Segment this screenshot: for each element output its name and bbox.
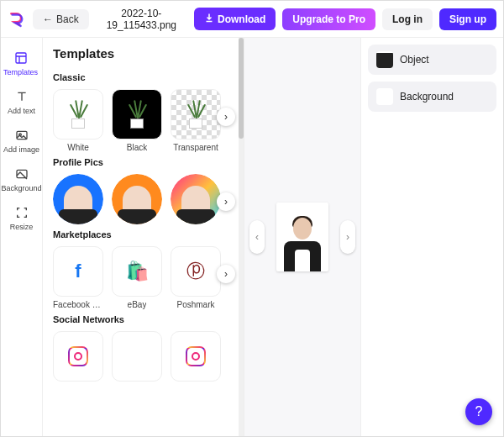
instagram-icon	[68, 346, 88, 366]
login-button[interactable]: Log in	[382, 8, 433, 30]
sidebar-scrollbar[interactable]	[239, 38, 244, 436]
row-marketplaces: f Facebook Ma… 🛍️ eBay ⓟ Poshmark ›	[53, 246, 234, 309]
template-card	[112, 174, 162, 224]
template-thumb-profile2[interactable]	[112, 174, 162, 224]
section-classic-title: Classic	[53, 72, 234, 82]
canvas-next-button[interactable]: ›	[340, 220, 355, 254]
row-next-button[interactable]: ›	[217, 192, 235, 211]
rail-item-background[interactable]: Background	[1, 161, 42, 199]
template-thumb-ebay[interactable]: 🛍️	[112, 246, 162, 297]
template-thumb-black[interactable]	[112, 89, 162, 140]
image-icon	[15, 129, 29, 142]
template-card: White	[53, 89, 103, 152]
row-social	[53, 331, 234, 382]
rail-label: Templates	[3, 68, 38, 76]
rail-label: Background	[1, 184, 41, 192]
help-button[interactable]: ?	[465, 398, 492, 425]
template-label: Black	[127, 143, 147, 152]
template-card	[53, 331, 103, 382]
object-swatch	[376, 51, 393, 68]
layers-panel: Object Background	[360, 38, 503, 436]
header: ← Back 2022-10-19_115433.png Download Up…	[1, 1, 503, 38]
template-card	[171, 174, 221, 224]
templates-icon	[14, 51, 28, 65]
templates-title: Templates	[53, 46, 234, 61]
template-label: White	[67, 143, 89, 152]
template-card: 🛍️ eBay	[112, 246, 162, 309]
template-label: Poshmark	[176, 300, 214, 309]
layer-background[interactable]: Background	[368, 82, 496, 112]
chevron-right-icon: ›	[224, 268, 228, 280]
template-card	[171, 331, 221, 382]
nav-rail: Templates Add text Add image Background …	[1, 38, 43, 436]
row-profile: ›	[53, 174, 234, 224]
template-card	[53, 174, 103, 224]
upgrade-button[interactable]: Upgrade to Pro	[282, 8, 375, 30]
template-label: eBay	[128, 300, 147, 309]
rail-item-add-image[interactable]: Add image	[1, 122, 42, 161]
section-social-title: Social Networks	[53, 314, 234, 324]
chevron-right-icon: ›	[224, 111, 228, 123]
row-next-button[interactable]: ›	[217, 265, 235, 283]
app-logo	[8, 10, 26, 29]
template-thumb-poshmark[interactable]: ⓟ	[171, 246, 221, 297]
row-next-button[interactable]: ›	[217, 108, 235, 126]
layer-object[interactable]: Object	[368, 45, 496, 75]
section-marketplaces-title: Marketplaces	[53, 229, 234, 240]
row-classic: White Black Transparent ›	[53, 89, 234, 152]
chevron-left-icon: ‹	[255, 231, 259, 243]
rail-item-add-text[interactable]: Add text	[1, 83, 42, 122]
download-icon	[204, 13, 214, 25]
layer-label: Background	[400, 91, 454, 103]
template-card	[112, 331, 162, 382]
rail-item-resize[interactable]: Resize	[1, 199, 42, 238]
template-thumb-social2[interactable]	[112, 331, 162, 382]
app-body: Templates Add text Add image Background …	[1, 38, 503, 436]
ebay-icon: 🛍️	[126, 261, 149, 282]
templates-panel: Templates Classic White Black Transparen…	[43, 38, 244, 436]
subject-person	[283, 214, 322, 271]
canvas-image[interactable]	[276, 203, 328, 271]
template-card: ⓟ Poshmark	[171, 246, 221, 309]
template-card: Black	[112, 89, 162, 152]
template-card: Transparent	[171, 89, 221, 152]
template-thumb-white[interactable]	[53, 89, 103, 140]
template-thumb-facebook-marketplace[interactable]: f	[53, 246, 103, 297]
facebook-icon: f	[75, 261, 81, 282]
login-label: Log in	[392, 13, 423, 25]
chevron-right-icon: ›	[224, 196, 228, 208]
background-swatch	[376, 88, 393, 105]
upgrade-label: Upgrade to Pro	[292, 13, 365, 25]
filename-display: 2022-10-19_115433.png	[96, 8, 187, 31]
editor-canvas[interactable]: ‹ ›	[244, 38, 360, 436]
rail-label: Add image	[3, 145, 39, 154]
back-button[interactable]: ← Back	[33, 9, 89, 29]
layer-label: Object	[400, 54, 429, 66]
template-thumb-instagram1[interactable]	[53, 331, 103, 382]
instagram-icon	[186, 346, 206, 366]
template-thumb-transparent[interactable]	[171, 89, 221, 140]
rail-label: Resize	[10, 223, 34, 231]
download-button[interactable]: Download	[194, 8, 276, 30]
download-label: Download	[218, 13, 265, 25]
background-icon	[15, 167, 29, 181]
back-label: Back	[56, 13, 79, 25]
arrow-left-icon: ←	[43, 13, 53, 25]
template-thumb-profile3[interactable]	[171, 174, 221, 224]
rail-label: Add text	[8, 107, 35, 115]
template-thumb-profile1[interactable]	[53, 174, 103, 224]
signup-button[interactable]: Sign up	[439, 8, 496, 30]
poshmark-icon: ⓟ	[186, 259, 205, 284]
template-card: f Facebook Ma…	[53, 246, 103, 309]
resize-icon	[15, 206, 29, 219]
svg-rect-0	[16, 53, 26, 63]
rail-item-templates[interactable]: Templates	[1, 45, 42, 83]
text-icon	[15, 90, 29, 103]
canvas-prev-button[interactable]: ‹	[249, 220, 265, 254]
help-icon: ?	[475, 404, 483, 419]
template-label: Transparent	[173, 143, 218, 152]
signup-label: Sign up	[449, 13, 486, 25]
template-thumb-instagram2[interactable]	[171, 331, 221, 382]
chevron-right-icon: ›	[346, 231, 349, 243]
section-profile-title: Profile Pics	[53, 157, 234, 167]
